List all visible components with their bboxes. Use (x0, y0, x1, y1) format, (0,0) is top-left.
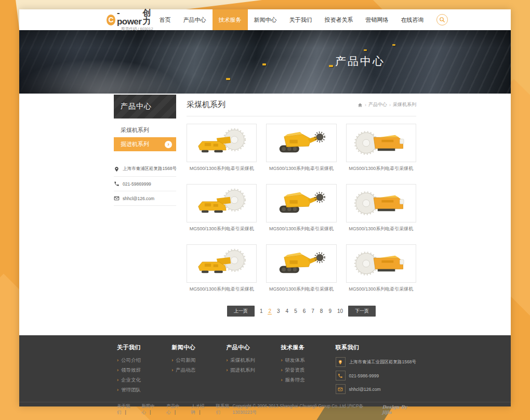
product-card[interactable]: MG500/1300系列电牵引采煤机 (187, 184, 257, 232)
page-number[interactable]: 8 (320, 308, 324, 314)
footer-phone-text: 021-5986-9999 (349, 373, 379, 378)
breadcrumb-separator: › (389, 102, 391, 108)
site-header: C -power 创力 股票代码 / 603012 首页产品中心技术服务新闻中心… (19, 9, 511, 30)
page-number[interactable]: 10 (337, 308, 343, 314)
footer-link-label: 企业文化 (121, 377, 141, 384)
footer-bottom-link[interactable]: 新闻中心 (142, 403, 167, 416)
nav-item[interactable]: 产品中心 (177, 9, 213, 30)
logo-text-en: -power (117, 8, 142, 26)
truck-dot (226, 78, 230, 80)
footer-link[interactable]: › 企业文化 (117, 377, 171, 384)
product-name: MG500/1300系列电牵引采煤机 (187, 286, 257, 293)
home-icon[interactable] (357, 102, 363, 108)
sidebar-menu-item[interactable]: 采煤机系列 › (114, 123, 176, 137)
copyright-text: Copyright © 2006-2013 Shanghai Chuangli … (233, 403, 379, 416)
footer-link-label: 公司新闻 (176, 357, 195, 364)
bullet-icon: › (281, 368, 282, 373)
product-card[interactable]: MG500/1300系列电牵引采煤机 (346, 124, 416, 172)
footer-column-services: 技术服务 › 研发体系 › 荣誉资质 › 服务理念 (281, 344, 335, 398)
product-name: MG500/1300系列电牵引采煤机 (266, 165, 336, 172)
search-icon (439, 17, 445, 23)
product-list-panel: 采煤机系列 › 产品中心 › 采煤机系列 (187, 95, 416, 331)
bullet-icon: › (117, 388, 118, 392)
mining-machine-image (189, 187, 254, 220)
footer-link[interactable]: › 管理团队 (117, 387, 171, 393)
sidebar-contacts: 上海市青浦区崧复路1568号 021-59869999 shhcl@126.co… (114, 162, 176, 206)
footer-bottom-link[interactable]: 关于我们 (117, 403, 142, 416)
search-button[interactable] (436, 14, 448, 25)
product-card[interactable]: MG500/1300系列电牵引采煤机 (266, 124, 336, 172)
footer-link-label: 领导致辞 (121, 367, 141, 374)
sidebar-menu-item[interactable]: 掘进机系列 › (114, 137, 176, 151)
logo-text-cn: 创力 (142, 9, 153, 25)
footer-link-label: 服务理念 (285, 377, 304, 384)
footer-link-label: 产品动态 (176, 367, 195, 374)
footer-column-title: 联系我们 (336, 344, 416, 351)
nav-item[interactable]: 新闻中心 (248, 9, 283, 30)
webpage: C -power 创力 股票代码 / 603012 首页产品中心技术服务新闻中心… (19, 9, 511, 406)
sidebar-item-label: 采煤机系列 (121, 126, 149, 134)
page-number[interactable]: 6 (302, 308, 307, 314)
footer-link[interactable]: › 产品动态 (171, 367, 226, 374)
page-number[interactable]: 9 (328, 308, 332, 314)
product-card[interactable]: MG500/1300系列电牵引采煤机 (346, 244, 416, 293)
hero-banner: 产品中心 (19, 30, 511, 94)
bullet-icon: › (171, 368, 173, 373)
address-text: 上海市青浦区崧复路1568号 (123, 166, 177, 172)
footer-link[interactable]: › 领导致辞 (117, 367, 171, 374)
footer-bottom-links: 关于我们新闻中心产品中心人才招聘联系我们 (117, 403, 233, 416)
prev-page-button[interactable]: 上一页 (227, 306, 255, 317)
location-pin-icon (338, 360, 343, 365)
phone-icon (338, 373, 343, 378)
nav-item[interactable]: 关于我们 (283, 9, 319, 30)
page-number[interactable]: 4 (285, 308, 289, 314)
product-grid: MG500/1300系列电牵引采煤机 MG500/1300系列电牵引采煤机 MG… (187, 124, 416, 293)
nav-item[interactable]: 投资者关系 (319, 9, 360, 30)
main-nav: 首页产品中心技术服务新闻中心关于我们投资者关系营销网络在线咨询 (153, 9, 448, 30)
phone-icon (114, 181, 120, 187)
breadcrumb-separator: › (365, 102, 366, 108)
sidebar-email-row[interactable]: shhcl@126.com (114, 191, 176, 206)
product-card[interactable]: MG500/1300系列电牵引采煤机 (187, 244, 257, 293)
footer-link-label: 管理团队 (121, 387, 141, 393)
footer-phone-row: 021-5986-9999 (336, 371, 416, 380)
bullet-icon: › (226, 358, 228, 363)
footer-email-row[interactable]: shhcl@126.com (336, 384, 416, 394)
nav-item[interactable]: 技术服务 (213, 9, 248, 30)
breadcrumb-item[interactable]: 产品中心 (368, 101, 387, 108)
product-card[interactable]: MG500/1300系列电牵引采煤机 (266, 184, 336, 232)
footer-bottom-link[interactable]: 人才招聘 (191, 403, 216, 416)
footer-bottom-link[interactable]: 联系我们 (216, 403, 232, 416)
nav-item[interactable]: 在线咨询 (395, 9, 430, 30)
truck-dot (329, 65, 333, 67)
page-number[interactable]: 2 (268, 308, 272, 314)
footer-link[interactable]: › 公司新闻 (171, 357, 226, 364)
product-name: MG500/1300系列电牵引采煤机 (187, 165, 257, 172)
page-number[interactable]: 1 (259, 308, 263, 314)
footer-link[interactable]: › 采煤机系列 (226, 357, 281, 364)
product-card[interactable]: MG500/1300系列电牵引采煤机 (266, 244, 336, 293)
pagination: 上一页 12345678910 下一页 (187, 306, 416, 317)
page-number[interactable]: 7 (311, 308, 315, 314)
footer-bottom-link[interactable]: 产品中心 (166, 403, 191, 416)
logo-icon: C (107, 15, 115, 25)
footer-column-title: 关于我们 (117, 344, 171, 351)
footer-link[interactable]: › 公司介绍 (117, 357, 171, 364)
logo[interactable]: C -power 创力 股票代码 / 603012 (107, 8, 153, 31)
footer-link[interactable]: › 荣誉资质 (281, 367, 335, 374)
hero-title: 产品中心 (335, 54, 385, 69)
nav-item[interactable]: 首页 (153, 9, 177, 30)
footer-link[interactable]: › 研发体系 (281, 357, 335, 364)
sidebar-phone-row: 021-59869999 (114, 177, 176, 191)
next-page-button[interactable]: 下一页 (348, 306, 376, 317)
hero-image (19, 30, 511, 94)
page-number[interactable]: 3 (276, 308, 281, 314)
product-image-frame (346, 124, 416, 162)
footer-link[interactable]: › 掘进机系列 (226, 367, 281, 374)
product-card[interactable]: MG500/1300系列电牵引采煤机 (346, 184, 416, 232)
product-card[interactable]: MG500/1300系列电牵引采煤机 (187, 124, 257, 172)
footer-link[interactable]: › 服务理念 (281, 377, 335, 384)
page-number[interactable]: 5 (294, 308, 298, 314)
nav-item[interactable]: 营销网络 (360, 9, 395, 30)
mining-machine-image (349, 247, 414, 280)
